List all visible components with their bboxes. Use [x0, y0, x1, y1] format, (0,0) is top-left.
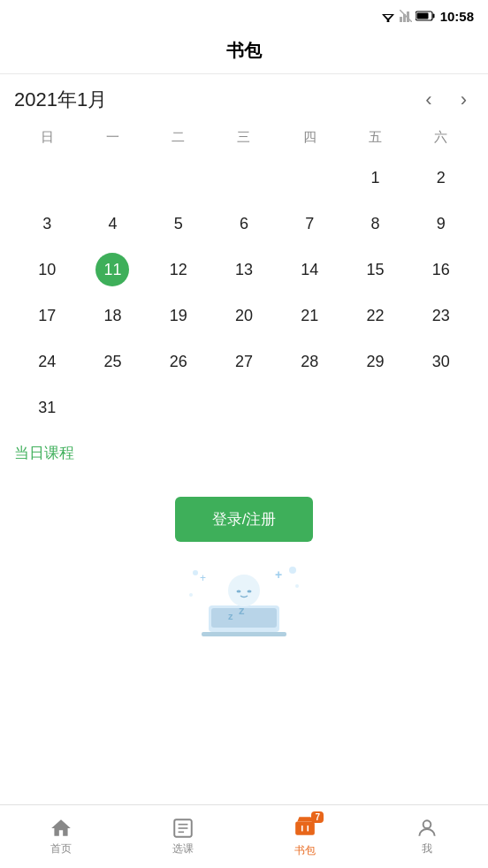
- tab-me[interactable]: 我: [366, 817, 488, 857]
- tab-select-label: 选课: [172, 841, 194, 857]
- svg-point-21: [228, 575, 260, 606]
- home-icon: [50, 817, 72, 840]
- cal-day-7[interactable]: 7: [277, 201, 342, 247]
- illustration: + + z z: [182, 560, 306, 639]
- cal-empty: [277, 155, 342, 201]
- profile-icon: [416, 817, 438, 840]
- tab-home-label: 首页: [50, 841, 72, 857]
- svg-rect-3: [400, 17, 402, 22]
- tab-home[interactable]: 首页: [0, 817, 122, 857]
- calendar: 2021年1月 ‹ › 日 一 二 三 四 五 六 12345678910111…: [0, 74, 488, 430]
- svg-point-31: [423, 820, 431, 828]
- prev-month-button[interactable]: ‹: [418, 85, 438, 115]
- svg-point-12: [295, 584, 299, 588]
- cal-day-20[interactable]: 20: [211, 293, 277, 339]
- tab-bar: 首页 选课 7 书包 我: [0, 804, 488, 868]
- tab-bag[interactable]: 7 书包: [244, 815, 366, 858]
- tab-select[interactable]: 选课: [122, 817, 244, 857]
- tab-me-label: 我: [422, 841, 432, 857]
- weekday-wed: 三: [211, 124, 277, 151]
- weekday-sun: 日: [14, 124, 80, 151]
- svg-rect-20: [202, 632, 286, 636]
- cal-day-8[interactable]: 8: [342, 201, 408, 247]
- cal-day-5[interactable]: 5: [146, 201, 211, 247]
- calendar-nav[interactable]: ‹ ›: [418, 85, 474, 115]
- signal-icon: [400, 10, 412, 22]
- today-courses-link[interactable]: 当日课程: [14, 445, 74, 461]
- svg-text:z: z: [228, 611, 233, 621]
- weekday-thu: 四: [277, 124, 342, 151]
- cal-day-4[interactable]: 4: [80, 201, 145, 247]
- cal-day-23[interactable]: 23: [408, 293, 474, 339]
- svg-point-23: [248, 590, 252, 593]
- svg-rect-9: [416, 13, 428, 19]
- svg-point-22: [237, 590, 241, 593]
- cal-day-25[interactable]: 25: [80, 339, 145, 385]
- book-icon: [172, 817, 194, 840]
- calendar-grid: 1234567891011121314151617181920212223242…: [14, 155, 474, 430]
- cal-day-17[interactable]: 17: [14, 293, 80, 339]
- cal-day-28[interactable]: 28: [277, 339, 342, 385]
- app-header: 书包: [0, 32, 488, 74]
- battery-icon: [416, 11, 435, 21]
- cal-day-12[interactable]: 12: [146, 247, 211, 293]
- status-bar: 10:58: [0, 0, 488, 32]
- cal-empty: [146, 155, 211, 201]
- next-month-button[interactable]: ›: [454, 85, 474, 115]
- cal-day-13[interactable]: 13: [211, 247, 277, 293]
- cal-day-16[interactable]: 16: [408, 247, 474, 293]
- weekday-headers: 日 一 二 三 四 五 六: [14, 124, 474, 151]
- wifi-icon: [380, 10, 396, 22]
- status-time: 10:58: [440, 9, 474, 24]
- cal-day-6[interactable]: 6: [211, 201, 277, 247]
- svg-rect-8: [432, 14, 434, 19]
- status-icons: [380, 10, 435, 22]
- weekday-sat: 六: [408, 124, 474, 151]
- cal-day-29[interactable]: 29: [342, 339, 408, 385]
- login-register-button[interactable]: 登录/注册: [175, 497, 314, 542]
- cal-day-9[interactable]: 9: [408, 201, 474, 247]
- calendar-month-label: 2021年1月: [14, 87, 107, 113]
- cal-day-10[interactable]: 10: [14, 247, 80, 293]
- today-courses-section: 当日课程: [0, 430, 488, 470]
- cal-empty: [80, 155, 145, 201]
- login-section: 登录/注册 + + z z: [0, 470, 488, 657]
- svg-text:+: +: [275, 567, 282, 582]
- svg-point-11: [289, 567, 296, 574]
- cal-day-18[interactable]: 18: [80, 293, 145, 339]
- page-title: 书包: [226, 41, 262, 60]
- cal-day-26[interactable]: 26: [146, 339, 211, 385]
- svg-point-2: [386, 20, 389, 23]
- cal-day-24[interactable]: 24: [14, 339, 80, 385]
- weekday-tue: 二: [146, 124, 211, 151]
- calendar-header: 2021年1月 ‹ ›: [14, 85, 474, 115]
- svg-point-10: [193, 570, 198, 575]
- cal-day-2[interactable]: 2: [408, 155, 474, 201]
- bag-badge: 7: [311, 811, 324, 823]
- svg-point-13: [189, 593, 193, 597]
- cal-day-30[interactable]: 30: [408, 339, 474, 385]
- weekday-mon: 一: [80, 124, 145, 151]
- cal-day-21[interactable]: 21: [277, 293, 342, 339]
- cal-day-31[interactable]: 31: [14, 385, 80, 430]
- svg-rect-28: [295, 822, 315, 835]
- cal-empty: [14, 155, 80, 201]
- svg-text:+: +: [200, 572, 206, 584]
- cal-day-27[interactable]: 27: [211, 339, 277, 385]
- cal-day-1[interactable]: 1: [342, 155, 408, 201]
- cal-day-19[interactable]: 19: [146, 293, 211, 339]
- bag-badge-container: 7: [294, 815, 316, 841]
- weekday-fri: 五: [342, 124, 408, 151]
- sleeping-illustration: + + z z: [182, 560, 306, 639]
- cal-day-14[interactable]: 14: [277, 247, 342, 293]
- tab-bag-label: 书包: [294, 843, 316, 858]
- cal-day-22[interactable]: 22: [342, 293, 408, 339]
- cal-day-15[interactable]: 15: [342, 247, 408, 293]
- cal-day-3[interactable]: 3: [14, 201, 80, 247]
- cal-empty: [211, 155, 277, 201]
- cal-day-11[interactable]: 11: [80, 247, 145, 293]
